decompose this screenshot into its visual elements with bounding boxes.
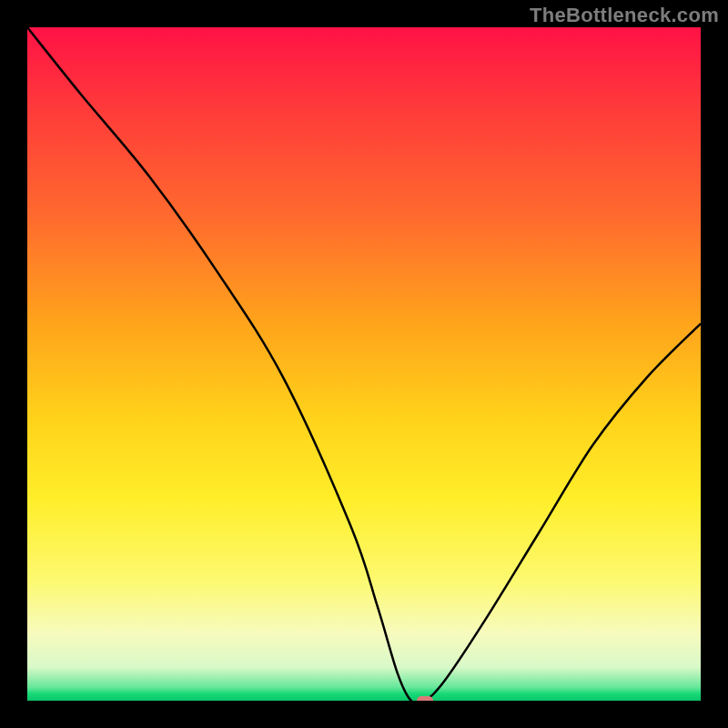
bottleneck-curve bbox=[27, 27, 701, 701]
watermark-text: TheBottleneck.com bbox=[530, 4, 719, 27]
minimum-marker bbox=[417, 696, 433, 701]
plot-area bbox=[27, 27, 701, 701]
chart-frame: TheBottleneck.com bbox=[0, 0, 728, 728]
curve-path bbox=[27, 27, 701, 701]
